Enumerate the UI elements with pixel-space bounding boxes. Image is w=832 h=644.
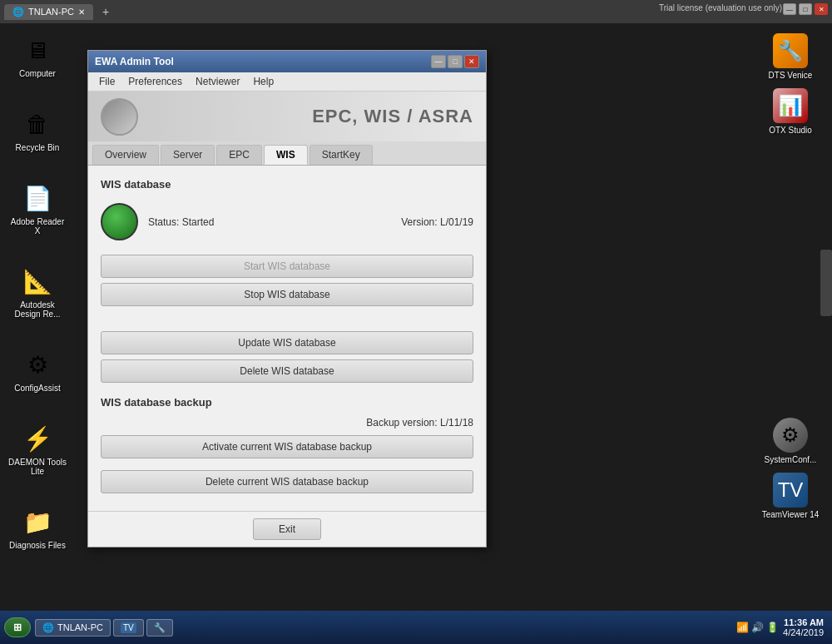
daemon-icon: ⚡ (21, 422, 54, 455)
start-button[interactable]: ⊞ (4, 617, 31, 637)
browser-tab[interactable]: 🌐 TNLAN-PC ✕ (4, 4, 93, 20)
menu-preferences[interactable]: Preferences (121, 74, 189, 89)
wis-version-text: Version: L/01/19 (401, 216, 473, 228)
computer-icon: 🖥 (21, 33, 54, 67)
activate-backup-button[interactable]: Activate current WIS database backup (101, 435, 473, 458)
menu-netviewer[interactable]: Netviewer (189, 74, 246, 89)
autodesk-label: Autodesk Design Re... (8, 300, 67, 319)
taskbar-browser-label: TNLAN-PC (57, 622, 103, 632)
tab-epc[interactable]: EPC (216, 145, 262, 165)
dts-venice-label: DTS Venice (769, 71, 813, 80)
browser-tab-favicon: 🌐 (12, 7, 24, 17)
menu-help[interactable]: Help (246, 74, 280, 89)
wis-database-section-title: WIS database (101, 178, 473, 191)
taskbar-item-tool[interactable]: 🔧 (146, 619, 173, 637)
ewa-admin-tool-window: EWA Admin Tool — □ ✕ File Preferences Ne… (87, 50, 487, 547)
desktop-icon-configassist[interactable]: ⚙ ConfigAssist (8, 348, 67, 393)
ewa-maximize-btn[interactable]: □ (448, 55, 463, 68)
divider-1 (101, 318, 473, 324)
desktop-icon-daemon[interactable]: ⚡ DAEMON Tools Lite (8, 422, 67, 476)
diagnosis-icon: 📁 (21, 505, 54, 538)
taskbar: ⊞ 🌐 TNLAN-PC TV 🔧 📶 🔊 🔋 11:36 AM 4/24/20 (0, 611, 832, 644)
taskbar-tool-icon: 🔧 (154, 622, 166, 633)
desktop-icon-otx[interactable]: 📊 OTX Studio (761, 88, 820, 135)
desktop-icons-right: 🔧 DTS Venice 📊 OTX Studio ⚙ SystemConf..… (761, 33, 820, 519)
otx-studio-label: OTX Studio (769, 126, 812, 135)
scroll-handle[interactable] (820, 250, 832, 316)
sysconf-label: SystemConf... (765, 455, 817, 464)
tab-wis[interactable]: WIS (264, 145, 308, 165)
tab-overview[interactable]: Overview (92, 145, 159, 165)
backup-version-text: Backup version: L/11/18 (101, 417, 473, 429)
teamviewer-label: TeamViewer 14 (762, 510, 820, 519)
ewa-window-controls: — □ ✕ (431, 55, 479, 68)
recycle-bin-label: Recycle Bin (16, 143, 60, 152)
configassist-label: ConfigAssist (14, 384, 61, 393)
ewa-header: EPC, WIS / ASRA (88, 92, 486, 141)
taskbar-right: 📶 🔊 🔋 11:36 AM 4/24/2019 (736, 617, 828, 637)
ewa-titlebar: EWA Admin Tool — □ ✕ (88, 51, 486, 72)
ewa-window-title: EWA Admin Tool (95, 56, 174, 67)
tray-icon-network: 📶 (736, 622, 749, 633)
divider-2 (101, 463, 473, 470)
clock-date: 4/24/2019 (783, 627, 824, 637)
trial-notice: Trial license (evaluation use only) (659, 3, 782, 12)
browser-tab-label: TNLAN-PC (28, 7, 74, 17)
otx-studio-icon: 📊 (773, 88, 808, 123)
tab-server[interactable]: Server (161, 145, 215, 165)
wis-status-icon (101, 203, 138, 240)
teamviewer-icon: TV (773, 473, 808, 508)
backup-section: WIS database backup Backup version: L/11… (101, 396, 473, 498)
browser-tab-close[interactable]: ✕ (78, 7, 85, 17)
browser-close-btn[interactable]: ✕ (815, 3, 828, 15)
exit-button[interactable]: Exit (253, 518, 321, 540)
delete-backup-button[interactable]: Delete current WIS database backup (101, 470, 473, 493)
desktop-icons-left: 🖥 Computer 🗑 Recycle Bin 📄 Adobe Reader … (8, 33, 67, 550)
desktop: 🌐 TNLAN-PC ✕ + Trial license (evaluation… (0, 0, 832, 644)
taskbar-item-browser[interactable]: 🌐 TNLAN-PC (35, 619, 111, 637)
recycle-bin-icon: 🗑 (21, 107, 54, 141)
delete-wis-database-button[interactable]: Delete WIS database (101, 359, 473, 383)
tray-icons: 📶 🔊 🔋 (736, 622, 779, 633)
wis-backup-section-title: WIS database backup (101, 396, 473, 409)
update-wis-database-button[interactable]: Update WIS database (101, 331, 473, 354)
adobe-icon: 📄 (21, 181, 54, 215)
tray-icon-volume: 🔊 (751, 622, 764, 633)
stop-wis-database-button[interactable]: Stop WIS database (101, 283, 473, 306)
desktop-icon-teamviewer[interactable]: TV TeamViewer 14 (761, 473, 820, 519)
browser-window-controls: — □ ✕ (783, 3, 828, 15)
desktop-icon-dts[interactable]: 🔧 DTS Venice (761, 33, 820, 80)
configassist-icon: ⚙ (21, 348, 54, 381)
ewa-content: WIS database Status: Started Version: L/… (88, 166, 486, 511)
daemon-label: DAEMON Tools Lite (8, 458, 67, 476)
new-tab-button[interactable]: + (97, 3, 114, 20)
browser-bar: 🌐 TNLAN-PC ✕ + Trial license (evaluation… (0, 0, 832, 23)
autodesk-icon: 📐 (21, 265, 54, 298)
browser-maximize-btn[interactable]: □ (799, 3, 812, 15)
desktop-icon-recycle[interactable]: 🗑 Recycle Bin (8, 107, 67, 152)
exit-button-area: Exit (88, 511, 486, 547)
desktop-icon-diagnosis[interactable]: 📁 Diagnosis Files (8, 505, 67, 550)
desktop-icon-sysconf[interactable]: ⚙ SystemConf... (761, 418, 820, 464)
desktop-icon-computer[interactable]: 🖥 Computer (8, 33, 67, 78)
start-wis-database-button[interactable]: Start WIS database (101, 255, 473, 278)
taskbar-items: 🌐 TNLAN-PC TV 🔧 (35, 619, 736, 637)
ewa-tab-bar: Overview Server EPC WIS StartKey (88, 141, 486, 166)
menu-file[interactable]: File (92, 74, 121, 89)
tab-startkey[interactable]: StartKey (310, 145, 373, 165)
desktop-icon-autodesk[interactable]: 📐 Autodesk Design Re... (8, 265, 67, 319)
clock-time: 11:36 AM (783, 617, 824, 627)
desktop-icon-adobe[interactable]: 📄 Adobe Reader X (8, 181, 67, 235)
ewa-logo (101, 98, 138, 136)
start-windows-icon: ⊞ (13, 622, 22, 633)
ewa-menubar: File Preferences Netviewer Help (88, 72, 486, 92)
ewa-minimize-btn[interactable]: — (431, 55, 446, 68)
tray-icon-battery: 🔋 (766, 622, 779, 633)
ewa-close-btn[interactable]: ✕ (464, 55, 479, 68)
taskbar-teamviewer-icon: TV (121, 622, 136, 633)
diagnosis-label: Diagnosis Files (9, 541, 66, 550)
taskbar-item-teamviewer[interactable]: TV (113, 619, 144, 637)
browser-minimize-btn[interactable]: — (783, 3, 796, 15)
adobe-label: Adobe Reader X (8, 217, 67, 235)
sysconf-icon: ⚙ (773, 418, 808, 453)
